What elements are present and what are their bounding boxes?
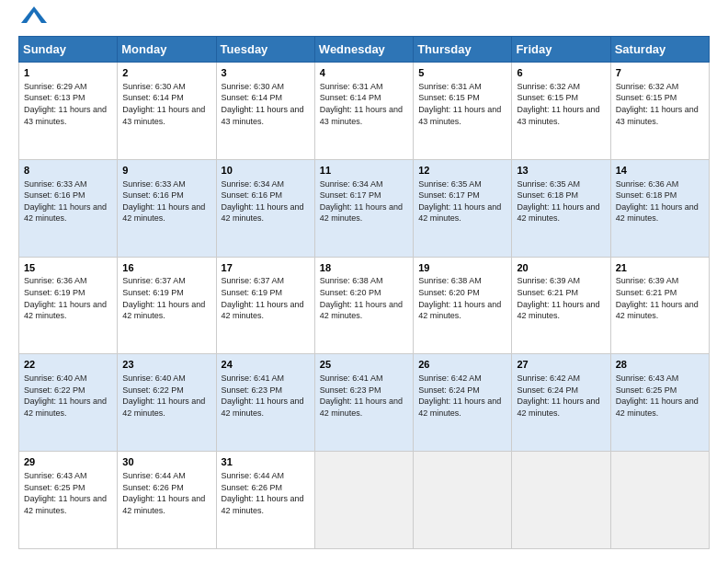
- calendar-week-2: 8Sunrise: 6:33 AMSunset: 6:16 PMDaylight…: [19, 159, 710, 257]
- calendar-empty-cell: [610, 452, 709, 549]
- day-info: Sunrise: 6:43 AMSunset: 6:25 PMDaylight:…: [24, 470, 112, 516]
- day-info: Sunrise: 6:40 AMSunset: 6:22 PMDaylight:…: [122, 373, 210, 419]
- calendar-day-10: 10Sunrise: 6:34 AMSunset: 6:16 PMDayligh…: [216, 159, 314, 257]
- calendar-weekday-sunday: Sunday: [19, 37, 118, 63]
- day-number: 21: [616, 261, 704, 275]
- calendar-day-16: 16Sunrise: 6:37 AMSunset: 6:19 PMDayligh…: [118, 257, 216, 354]
- day-info: Sunrise: 6:30 AMSunset: 6:14 PMDaylight:…: [122, 81, 210, 127]
- calendar-day-11: 11Sunrise: 6:34 AMSunset: 6:17 PMDayligh…: [314, 159, 413, 257]
- day-info: Sunrise: 6:38 AMSunset: 6:20 PMDaylight:…: [418, 275, 506, 321]
- day-number: 5: [418, 66, 506, 80]
- day-info: Sunrise: 6:35 AMSunset: 6:17 PMDaylight:…: [418, 178, 506, 224]
- calendar-day-26: 26Sunrise: 6:42 AMSunset: 6:24 PMDayligh…: [414, 354, 512, 452]
- page: SundayMondayTuesdayWednesdayThursdayFrid…: [0, 0, 728, 563]
- day-info: Sunrise: 6:32 AMSunset: 6:15 PMDaylight:…: [616, 81, 704, 127]
- day-number: 4: [320, 66, 408, 80]
- day-number: 12: [418, 164, 506, 178]
- calendar-day-21: 21Sunrise: 6:39 AMSunset: 6:21 PMDayligh…: [610, 257, 709, 354]
- day-info: Sunrise: 6:34 AMSunset: 6:16 PMDaylight:…: [222, 178, 310, 224]
- day-info: Sunrise: 6:37 AMSunset: 6:19 PMDaylight:…: [222, 275, 310, 321]
- day-number: 28: [616, 358, 704, 372]
- calendar-day-8: 8Sunrise: 6:33 AMSunset: 6:16 PMDaylight…: [19, 159, 118, 257]
- calendar-weekday-thursday: Thursday: [414, 37, 512, 63]
- day-number: 25: [320, 358, 408, 372]
- calendar-day-20: 20Sunrise: 6:39 AMSunset: 6:21 PMDayligh…: [512, 257, 610, 354]
- day-number: 1: [24, 66, 112, 80]
- day-number: 19: [418, 261, 506, 275]
- calendar-day-4: 4Sunrise: 6:31 AMSunset: 6:14 PMDaylight…: [314, 63, 413, 160]
- header: [18, 14, 710, 27]
- day-number: 18: [320, 261, 408, 275]
- day-info: Sunrise: 6:44 AMSunset: 6:26 PMDaylight:…: [222, 470, 310, 516]
- day-number: 9: [122, 164, 210, 178]
- day-info: Sunrise: 6:36 AMSunset: 6:19 PMDaylight:…: [24, 275, 112, 321]
- day-number: 26: [418, 358, 506, 372]
- calendar-day-29: 29Sunrise: 6:43 AMSunset: 6:25 PMDayligh…: [19, 452, 118, 549]
- calendar-weekday-saturday: Saturday: [610, 37, 709, 63]
- day-number: 31: [222, 455, 310, 469]
- calendar-day-31: 31Sunrise: 6:44 AMSunset: 6:26 PMDayligh…: [216, 452, 314, 549]
- day-info: Sunrise: 6:30 AMSunset: 6:14 PMDaylight:…: [222, 81, 310, 127]
- day-number: 13: [517, 164, 605, 178]
- calendar-day-1: 1Sunrise: 6:29 AMSunset: 6:13 PMDaylight…: [19, 63, 118, 160]
- calendar-day-13: 13Sunrise: 6:35 AMSunset: 6:18 PMDayligh…: [512, 159, 610, 257]
- day-info: Sunrise: 6:40 AMSunset: 6:22 PMDaylight:…: [24, 373, 112, 419]
- day-info: Sunrise: 6:33 AMSunset: 6:16 PMDaylight:…: [24, 178, 112, 224]
- day-number: 30: [122, 455, 210, 469]
- day-info: Sunrise: 6:38 AMSunset: 6:20 PMDaylight:…: [320, 275, 408, 321]
- calendar-empty-cell: [414, 452, 512, 549]
- day-info: Sunrise: 6:36 AMSunset: 6:18 PMDaylight:…: [616, 178, 704, 224]
- calendar-day-12: 12Sunrise: 6:35 AMSunset: 6:17 PMDayligh…: [414, 159, 512, 257]
- calendar-day-2: 2Sunrise: 6:30 AMSunset: 6:14 PMDaylight…: [118, 63, 216, 160]
- day-info: Sunrise: 6:43 AMSunset: 6:25 PMDaylight:…: [616, 373, 704, 419]
- calendar-weekday-friday: Friday: [512, 37, 610, 63]
- day-info: Sunrise: 6:42 AMSunset: 6:24 PMDaylight:…: [517, 373, 605, 419]
- day-info: Sunrise: 6:32 AMSunset: 6:15 PMDaylight:…: [517, 81, 605, 127]
- calendar-day-6: 6Sunrise: 6:32 AMSunset: 6:15 PMDaylight…: [512, 63, 610, 160]
- calendar-day-24: 24Sunrise: 6:41 AMSunset: 6:23 PMDayligh…: [216, 354, 314, 452]
- day-info: Sunrise: 6:39 AMSunset: 6:21 PMDaylight:…: [616, 275, 704, 321]
- day-number: 23: [122, 358, 210, 372]
- day-info: Sunrise: 6:41 AMSunset: 6:23 PMDaylight:…: [320, 373, 408, 419]
- calendar-week-4: 22Sunrise: 6:40 AMSunset: 6:22 PMDayligh…: [19, 354, 710, 452]
- day-number: 10: [222, 164, 310, 178]
- calendar-week-5: 29Sunrise: 6:43 AMSunset: 6:25 PMDayligh…: [19, 452, 710, 549]
- day-number: 14: [616, 164, 704, 178]
- day-info: Sunrise: 6:37 AMSunset: 6:19 PMDaylight:…: [122, 275, 210, 321]
- calendar-day-28: 28Sunrise: 6:43 AMSunset: 6:25 PMDayligh…: [610, 354, 709, 452]
- day-number: 20: [517, 261, 605, 275]
- calendar-day-30: 30Sunrise: 6:44 AMSunset: 6:26 PMDayligh…: [118, 452, 216, 549]
- calendar-week-3: 15Sunrise: 6:36 AMSunset: 6:19 PMDayligh…: [19, 257, 710, 354]
- day-number: 7: [616, 66, 704, 80]
- calendar-day-5: 5Sunrise: 6:31 AMSunset: 6:15 PMDaylight…: [414, 63, 512, 160]
- day-info: Sunrise: 6:29 AMSunset: 6:13 PMDaylight:…: [24, 81, 112, 127]
- calendar-day-19: 19Sunrise: 6:38 AMSunset: 6:20 PMDayligh…: [414, 257, 512, 354]
- day-info: Sunrise: 6:42 AMSunset: 6:24 PMDaylight:…: [418, 373, 506, 419]
- day-number: 27: [517, 358, 605, 372]
- day-info: Sunrise: 6:33 AMSunset: 6:16 PMDaylight:…: [122, 178, 210, 224]
- day-number: 24: [222, 358, 310, 372]
- day-number: 22: [24, 358, 112, 372]
- calendar-day-22: 22Sunrise: 6:40 AMSunset: 6:22 PMDayligh…: [19, 354, 118, 452]
- day-info: Sunrise: 6:34 AMSunset: 6:17 PMDaylight:…: [320, 178, 408, 224]
- day-info: Sunrise: 6:31 AMSunset: 6:15 PMDaylight:…: [418, 81, 506, 127]
- calendar-day-25: 25Sunrise: 6:41 AMSunset: 6:23 PMDayligh…: [314, 354, 413, 452]
- calendar-day-15: 15Sunrise: 6:36 AMSunset: 6:19 PMDayligh…: [19, 257, 118, 354]
- calendar-day-27: 27Sunrise: 6:42 AMSunset: 6:24 PMDayligh…: [512, 354, 610, 452]
- day-number: 16: [122, 261, 210, 275]
- day-number: 6: [517, 66, 605, 80]
- day-number: 3: [222, 66, 310, 80]
- day-number: 8: [24, 164, 112, 178]
- calendar-day-7: 7Sunrise: 6:32 AMSunset: 6:15 PMDaylight…: [610, 63, 709, 160]
- logo: [18, 14, 47, 27]
- day-info: Sunrise: 6:31 AMSunset: 6:14 PMDaylight:…: [320, 81, 408, 127]
- day-info: Sunrise: 6:39 AMSunset: 6:21 PMDaylight:…: [517, 275, 605, 321]
- calendar-day-14: 14Sunrise: 6:36 AMSunset: 6:18 PMDayligh…: [610, 159, 709, 257]
- logo-icon: [21, 6, 47, 27]
- day-number: 29: [24, 455, 112, 469]
- calendar-weekday-tuesday: Tuesday: [216, 37, 314, 63]
- calendar-day-18: 18Sunrise: 6:38 AMSunset: 6:20 PMDayligh…: [314, 257, 413, 354]
- calendar-day-17: 17Sunrise: 6:37 AMSunset: 6:19 PMDayligh…: [216, 257, 314, 354]
- calendar-weekday-monday: Monday: [118, 37, 216, 63]
- day-number: 17: [222, 261, 310, 275]
